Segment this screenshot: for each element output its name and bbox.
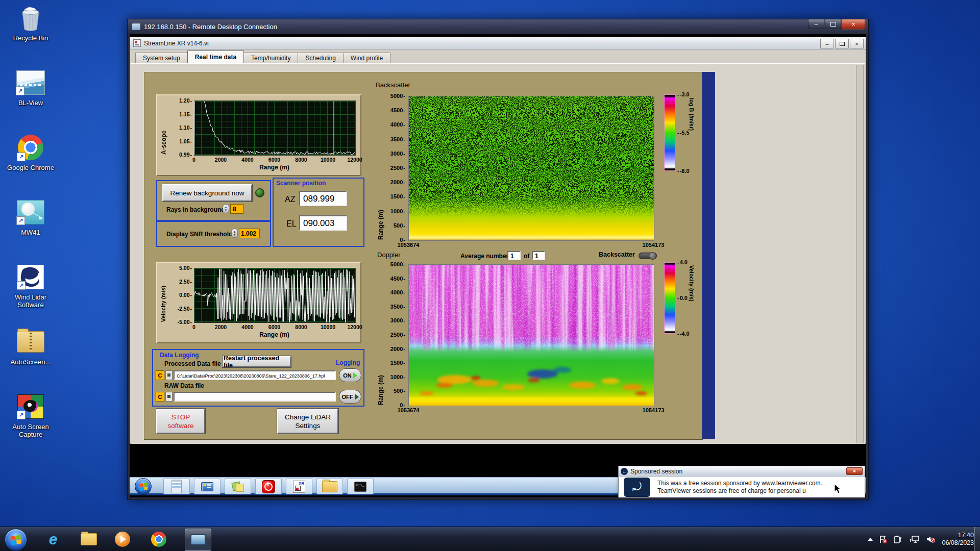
taskbar-active-rdp[interactable] [185, 529, 211, 551]
rays-value-field[interactable]: 8 [230, 204, 243, 214]
backscatter-toggle[interactable] [639, 253, 657, 259]
tick-label: 4500 [390, 107, 405, 113]
tick-label: 5000 [390, 261, 405, 267]
ascope-x-ticks: 020004000600080001000012000 [194, 157, 355, 162]
remote-task-explorer[interactable] [316, 479, 343, 494]
change-lidar-settings-button[interactable]: Change LiDARSettings [277, 409, 338, 434]
az-label: AZ [285, 195, 295, 204]
rays-spinner[interactable]: ▲▼ [223, 204, 229, 213]
action-center-flag-icon[interactable] [878, 535, 888, 544]
tick-label: -2.50 [178, 306, 192, 312]
processed-drive-selector[interactable]: C [156, 370, 164, 380]
windows-flag-icon [10, 535, 21, 545]
desktop-icon-recycle-bin[interactable]: Recycle Bin [2, 3, 59, 68]
desktop-icon-auto-screen-capture[interactable]: ↗ Auto Screen Capture [2, 392, 59, 457]
remote-task-stop-app[interactable] [255, 479, 282, 494]
taskbar-ie[interactable]: e [45, 531, 61, 547]
tick-label: -5.5 [677, 130, 690, 136]
data-logging-box: Data Logging Processed Data file Restart… [152, 349, 364, 407]
volume-muted-icon[interactable] [926, 535, 936, 544]
desktop-icon-bl-view[interactable]: ↗ BL-View [2, 68, 59, 133]
desktop-icon-label: Recycle Bin [13, 34, 48, 42]
tick-label: -5.00 [178, 319, 192, 325]
tick-label: 2.50 [179, 279, 192, 285]
backscatter-time-end: 1054173 [643, 242, 665, 248]
rdp-minimize-button[interactable]: – [808, 19, 824, 30]
taskbar-chrome[interactable] [151, 531, 167, 547]
average-number-field[interactable]: 1 [507, 251, 521, 260]
rdp-titlebar[interactable]: 192.168.0.150 - Remote Desktop Connectio… [128, 19, 868, 34]
desktop-icon-google-chrome[interactable]: ↗ Google Chrome [2, 133, 59, 197]
off-led-icon [355, 394, 359, 400]
restart-processed-file-button[interactable]: Restart processed file [223, 356, 291, 367]
teamviewer-line1: This was a free session sponsored by www… [657, 480, 822, 487]
teamviewer-popup-title: Sponsored session [630, 468, 682, 475]
remote-task-sticky-notes[interactable] [225, 479, 251, 494]
app-scrollbar[interactable] [856, 65, 864, 443]
tab-temp-humidity[interactable]: Temp/humidity [243, 53, 298, 63]
tab-row: System setup Real time data Temp/humidit… [135, 52, 390, 63]
remote-task-notepad[interactable] [163, 479, 190, 494]
tick-label: 6000 [268, 324, 280, 330]
tab-scheduling[interactable]: Scheduling [298, 53, 343, 63]
taskbar-wmp[interactable] [114, 531, 131, 547]
app-restore-button[interactable] [835, 39, 849, 48]
tray-expand-icon[interactable] [868, 538, 873, 541]
remote-task-streamline-xr[interactable]: XR [286, 479, 312, 494]
doppler-time-start: 1053674 [398, 407, 420, 413]
doppler-time-end: 1054173 [643, 407, 665, 413]
az-value-field[interactable]: 089.999 [299, 191, 347, 206]
remote-task-control-panel[interactable] [194, 479, 220, 494]
desktop-icon-wind-lidar[interactable]: ↗ Wind Lidar Software [2, 262, 59, 327]
taskbar-explorer[interactable] [81, 531, 97, 547]
app-close-button[interactable]: × [850, 39, 864, 48]
snr-controls-box: Display SNR threshold ▲▼ 1.002 [156, 221, 271, 247]
network-icon[interactable] [909, 535, 920, 544]
tab-system-setup[interactable]: System setup [135, 53, 188, 63]
tick-label: 6000 [268, 157, 280, 163]
remote-task-cmd[interactable]: C:\_ [347, 479, 374, 494]
renew-background-button[interactable]: Renew background now [162, 184, 252, 202]
desktop-icon-autoscreen-zip[interactable]: AutoScreen... [2, 327, 59, 392]
browse-icon[interactable]: ▦ [165, 392, 173, 402]
media-player-icon [115, 532, 130, 547]
average-total-field[interactable]: 1 [532, 251, 545, 260]
mouse-cursor-icon [834, 484, 841, 494]
el-value-field[interactable]: 090.003 [299, 215, 347, 231]
stop-software-button[interactable]: STOPsoftware [156, 409, 205, 434]
raw-drive-selector[interactable]: C [156, 392, 164, 402]
snr-spinner[interactable]: ▲▼ [231, 229, 238, 238]
power-battery-icon[interactable] [893, 535, 903, 544]
streamline-window: StreamLine XR v14-6.vi – × System setup … [130, 37, 866, 444]
velocity-panel: Velocity (m/s) 5.002.500.00-2.50-5.00 02… [156, 262, 361, 343]
app-titlebar[interactable]: StreamLine XR v14-6.vi – × [130, 37, 866, 49]
doppler-colorbar-ticks: 4.00.0-4.0 [677, 262, 698, 334]
rdp-maximize-button[interactable] [825, 19, 841, 30]
browse-icon[interactable]: ▦ [165, 370, 173, 380]
teamviewer-popup-titlebar[interactable]: ↔ Sponsored session × [619, 466, 865, 477]
backscatter-time-start: 1053674 [398, 242, 420, 248]
tick-label: 2000 [390, 346, 405, 352]
remote-start-button[interactable] [135, 478, 152, 495]
show-desktop-button[interactable] [974, 527, 980, 551]
rdp-app-icon [190, 534, 206, 545]
processed-logging-on-button[interactable]: ON [339, 368, 361, 382]
tick-label: 2000 [215, 324, 227, 330]
tab-real-time-data[interactable]: Real time data [187, 51, 244, 63]
rdp-close-button[interactable]: × [842, 19, 865, 30]
snr-value-field[interactable]: 1.002 [239, 229, 260, 238]
desktop-icon-mw41[interactable]: ↗ MW41 [2, 197, 59, 262]
tick-label: 12000 [347, 157, 362, 163]
tick-label: 4000 [241, 324, 253, 330]
app-minimize-button[interactable]: – [820, 39, 834, 48]
rdp-icon [132, 23, 141, 31]
tick-label: 500 [394, 388, 405, 394]
tab-wind-profile[interactable]: Wind profile [343, 53, 390, 63]
raw-path-field[interactable] [174, 392, 336, 402]
desktop-icon-label: Google Chrome [7, 164, 54, 171]
processed-path-field[interactable]: C:\Lidar\Data\Proc\2023\202308\20230806\… [174, 370, 336, 380]
taskbar-clock[interactable]: 17:40 06/08/2023 [942, 532, 974, 547]
start-button[interactable] [5, 529, 27, 551]
teamviewer-close-button[interactable]: × [846, 467, 863, 475]
raw-logging-off-button[interactable]: OFF [339, 390, 361, 404]
